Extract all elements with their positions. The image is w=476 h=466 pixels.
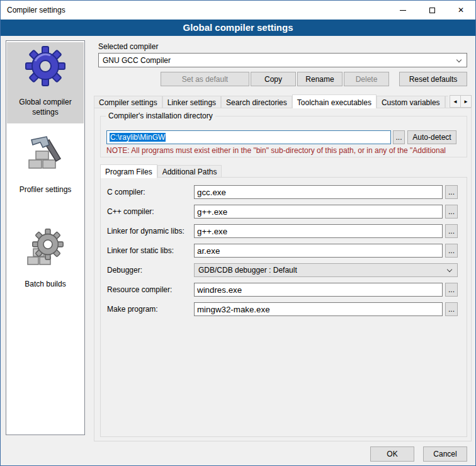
tab-custom-variables[interactable]: Custom variables: [377, 96, 445, 108]
ok-button[interactable]: OK: [370, 446, 414, 462]
sidebar-item-label: Batch builds: [11, 280, 80, 290]
title-bar[interactable]: Compiler settings ✕: [1, 1, 475, 20]
debugger-combobox[interactable]: GDB/CDB debugger : Default: [194, 263, 458, 277]
field-row-cpp-compiler: C++ compiler: ...: [101, 205, 467, 219]
tab-scroll-right-button[interactable]: ►: [460, 95, 472, 108]
make-program-label: Make program:: [107, 302, 158, 316]
installation-directory-group-label: Compiler's installation directory: [106, 111, 215, 120]
delete-button: Delete: [344, 72, 389, 86]
tab-program-files[interactable]: Program Files: [100, 164, 157, 178]
auto-detect-button[interactable]: Auto-detect: [407, 130, 456, 144]
linker-dynamic-browse-button[interactable]: ...: [445, 224, 458, 238]
tab-toolchain-executables[interactable]: Toolchain executables: [292, 94, 377, 108]
installation-directory-input[interactable]: C:\raylib\MinGW: [106, 130, 391, 144]
copy-button[interactable]: Copy: [251, 72, 296, 86]
close-button[interactable]: ✕: [446, 1, 475, 20]
toolchain-executables-panel: Compiler's installation directory C:\ray…: [94, 108, 472, 441]
linker-static-browse-button[interactable]: ...: [445, 244, 458, 258]
resource-compiler-browse-button[interactable]: ...: [445, 283, 458, 297]
close-icon: ✕: [458, 6, 464, 14]
set-as-default-button: Set as default: [161, 72, 249, 86]
minimize-icon: [400, 10, 406, 11]
sub-tab-strip: Program Files Additional Paths: [100, 164, 222, 178]
field-row-make-program: Make program: ...: [101, 302, 467, 316]
c-compiler-label: C compiler:: [107, 185, 145, 199]
cpp-compiler-input[interactable]: [194, 205, 443, 219]
linker-dynamic-input[interactable]: [194, 224, 443, 238]
resource-compiler-input[interactable]: [194, 283, 443, 297]
cpp-compiler-label: C++ compiler:: [107, 205, 154, 219]
batch-builds-gear-icon: [25, 228, 65, 268]
field-row-linker-static: Linker for static libs: ...: [101, 244, 467, 258]
sidebar-item-label: Global compiler settings: [11, 98, 80, 117]
sidebar-item-global-compiler-settings[interactable]: Global compiler settings: [7, 42, 84, 123]
linker-dynamic-label: Linker for dynamic libs:: [107, 224, 184, 238]
make-program-browse-button[interactable]: ...: [445, 302, 458, 316]
sidebar-item-profiler-settings[interactable]: Profiler settings: [7, 130, 84, 202]
maximize-button[interactable]: [417, 1, 446, 20]
cancel-button[interactable]: Cancel: [423, 446, 467, 462]
linker-static-label: Linker for static libs:: [107, 244, 174, 258]
sidebar-item-label: Profiler settings: [11, 185, 80, 195]
selected-compiler-label: Selected compiler: [98, 42, 158, 51]
profiler-hammer-icon: [25, 134, 65, 174]
installation-directory-value: C:\raylib\MinGW: [110, 133, 166, 142]
tab-scroller: Compiler settings Linker settings Search…: [94, 94, 448, 108]
tab-linker-settings[interactable]: Linker settings: [162, 96, 221, 108]
selected-compiler-value: GNU GCC Compiler: [103, 56, 171, 65]
installation-directory-browse-button[interactable]: ...: [393, 130, 405, 144]
tab-additional-paths[interactable]: Additional Paths: [157, 165, 222, 178]
tab-search-directories[interactable]: Search directories: [221, 96, 292, 108]
field-row-debugger: Debugger: GDB/CDB debugger : Default: [101, 263, 467, 277]
tab-build-options[interactable]: Buil: [445, 96, 448, 108]
blue-gear-icon: [25, 46, 65, 86]
page-title: Global compiler settings: [1, 20, 475, 36]
sidebar-item-batch-builds[interactable]: Batch builds: [7, 224, 84, 296]
debugger-label: Debugger:: [107, 263, 142, 277]
tab-compiler-settings[interactable]: Compiler settings: [94, 96, 162, 108]
reset-defaults-button[interactable]: Reset defaults: [399, 72, 467, 86]
linker-static-input[interactable]: [194, 244, 443, 258]
cpp-compiler-browse-button[interactable]: ...: [445, 205, 458, 219]
make-program-input[interactable]: [194, 302, 443, 316]
selected-compiler-combobox[interactable]: GNU GCC Compiler: [98, 53, 467, 67]
c-compiler-browse-button[interactable]: ...: [445, 185, 458, 199]
minimize-button[interactable]: [388, 1, 417, 20]
compiler-settings-dialog: Compiler settings ✕ Global compiler sett…: [0, 0, 476, 466]
resource-compiler-label: Resource compiler:: [107, 283, 172, 297]
debugger-value: GDB/CDB debugger : Default: [198, 266, 297, 275]
tab-strip: Compiler settings Linker settings Search…: [94, 94, 472, 108]
field-row-linker-dynamic: Linker for dynamic libs: ...: [101, 224, 467, 238]
window-title: Compiler settings: [1, 6, 388, 14]
installation-directory-group: Compiler's installation directory C:\ray…: [100, 116, 467, 157]
chevron-down-icon: [447, 267, 452, 272]
settings-category-list: Global compiler settings Profiler settin…: [6, 40, 85, 435]
maximize-icon: [429, 8, 435, 13]
tab-scroll-left-button[interactable]: ◄: [450, 95, 461, 108]
chevron-down-icon: [456, 57, 462, 62]
installation-note: NOTE: All programs must exist either in …: [106, 146, 465, 155]
rename-button[interactable]: Rename: [297, 72, 343, 86]
field-row-resource-compiler: Resource compiler: ...: [101, 283, 467, 297]
field-row-c-compiler: C compiler: ...: [101, 185, 467, 199]
c-compiler-input[interactable]: [194, 185, 443, 199]
program-files-panel: C compiler: ... C++ compiler: ... Linker…: [100, 177, 467, 437]
